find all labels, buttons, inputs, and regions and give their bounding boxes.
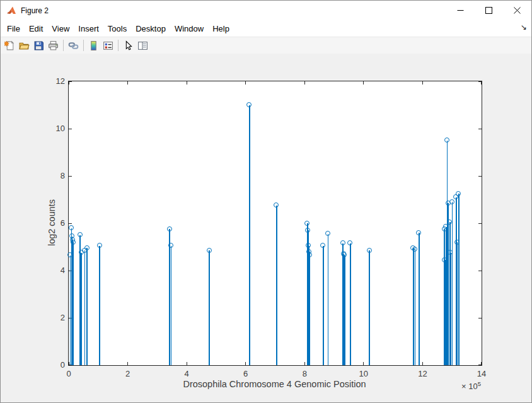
- stem-marker: [168, 243, 173, 248]
- stem-marker: [456, 191, 461, 196]
- x-tick-label: 4: [173, 369, 200, 378]
- menu-file[interactable]: File: [3, 22, 25, 35]
- x-tick: [127, 362, 128, 365]
- x-tick: [304, 362, 305, 365]
- menu-desktop[interactable]: Desktop: [131, 22, 170, 35]
- y-tick-label: 2: [42, 313, 65, 323]
- stem: [276, 206, 277, 365]
- x-tick-label: 0: [55, 369, 83, 378]
- stem-marker: [444, 137, 449, 143]
- x-tick: [187, 362, 187, 365]
- window-title: Figure 2: [21, 6, 49, 15]
- x-tick-label: 2: [114, 369, 142, 378]
- open-folder-icon: [19, 40, 30, 51]
- property-inspector-button[interactable]: [136, 38, 150, 52]
- menu-edit[interactable]: Edit: [25, 22, 47, 35]
- toolbar-separator: [63, 40, 64, 51]
- x-axis-exponent-label: × 105: [380, 380, 481, 391]
- y-tick-label: 10: [42, 124, 65, 134]
- save-icon: [33, 40, 44, 51]
- x-tick-top: [187, 81, 187, 85]
- stem-marker: [307, 252, 312, 257]
- y-tick-right: [478, 81, 482, 82]
- y-tick-right: [478, 271, 482, 271]
- figure-canvas: 02468101214024681012 log2 counts Drosoph…: [1, 54, 531, 402]
- link-plot-button[interactable]: [66, 38, 81, 52]
- property-inspector-icon: [137, 40, 148, 51]
- new-figure-icon: [4, 40, 15, 51]
- y-tick-right: [478, 365, 482, 365]
- y-tick-right: [478, 129, 482, 129]
- stem: [81, 253, 82, 365]
- stem: [169, 229, 170, 365]
- title-bar[interactable]: Figure 2: [1, 1, 531, 20]
- menu-bar: File Edit View Insert Tools Desktop Wind…: [1, 20, 531, 37]
- stem: [73, 242, 74, 365]
- stem: [369, 250, 370, 365]
- edit-plot-button[interactable]: [121, 38, 136, 52]
- stem: [458, 194, 460, 365]
- x-tick-top: [127, 81, 128, 85]
- stem: [171, 246, 172, 365]
- stem-marker: [167, 226, 172, 231]
- stem-marker: [320, 243, 325, 248]
- menu-tools[interactable]: Tools: [103, 22, 131, 35]
- stem: [84, 250, 86, 365]
- stem: [209, 250, 210, 365]
- open-file-button[interactable]: [17, 38, 32, 52]
- stem-marker: [325, 231, 330, 236]
- close-button[interactable]: [503, 1, 531, 20]
- x-tick-label: 14: [468, 369, 495, 378]
- stem: [86, 248, 88, 365]
- menu-window[interactable]: Window: [170, 22, 208, 35]
- y-tick-right: [478, 223, 482, 224]
- stem-marker: [342, 252, 347, 257]
- y-tick-right: [478, 176, 482, 177]
- stem: [419, 233, 420, 365]
- insert-colorbar-button[interactable]: [86, 38, 101, 52]
- stem-marker: [416, 230, 421, 235]
- save-figure-button[interactable]: [32, 38, 46, 52]
- x-tick-label: 12: [408, 369, 436, 378]
- window-controls: [446, 1, 531, 20]
- y-tick-label: 0: [42, 360, 65, 370]
- stem: [344, 255, 345, 365]
- stem-marker: [304, 221, 309, 226]
- print-figure-button[interactable]: [46, 38, 61, 52]
- stem: [350, 243, 351, 365]
- x-tick-top: [245, 81, 246, 85]
- stem-marker: [340, 240, 345, 245]
- stem: [450, 253, 451, 365]
- x-tick-top: [363, 81, 364, 85]
- menu-insert[interactable]: Insert: [74, 22, 103, 35]
- stem-marker: [367, 248, 372, 253]
- y-axis-label: log2 counts: [47, 199, 57, 246]
- stem-marker: [449, 199, 454, 204]
- legend-icon: [103, 40, 113, 51]
- axes[interactable]: 02468101214024681012: [68, 81, 482, 366]
- stem-marker: [347, 240, 352, 245]
- close-icon: [514, 7, 521, 14]
- stem: [323, 246, 324, 365]
- y-tick-label: 4: [42, 266, 65, 276]
- maximize-button[interactable]: [475, 1, 503, 20]
- x-tick: [422, 362, 423, 365]
- menu-view[interactable]: View: [47, 22, 74, 35]
- minimize-button[interactable]: [446, 1, 475, 20]
- x-tick: [245, 362, 246, 365]
- new-figure-button[interactable]: [3, 38, 17, 52]
- toolbar-separator: [83, 40, 84, 51]
- stem-marker: [207, 248, 212, 253]
- stem-marker: [306, 243, 311, 248]
- figure-window: Figure 2 File Edit View: [0, 0, 532, 403]
- stem-marker: [78, 232, 83, 237]
- insert-legend-button[interactable]: [101, 38, 115, 52]
- dock-figure-arrow-icon[interactable]: ↘: [521, 23, 527, 31]
- toolbar-separator: [118, 40, 119, 51]
- y-tick-label: 8: [42, 171, 65, 181]
- menu-help[interactable]: Help: [208, 22, 234, 35]
- stem: [413, 248, 414, 365]
- figure-toolbar: [1, 37, 531, 54]
- matlab-logo-icon: [6, 6, 16, 16]
- y-tick: [69, 81, 72, 82]
